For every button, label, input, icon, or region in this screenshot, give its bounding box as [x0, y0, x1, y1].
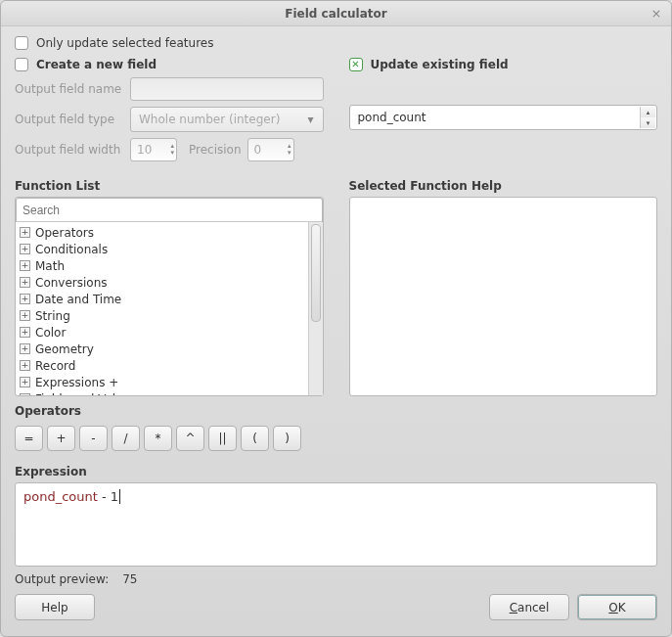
expand-icon[interactable]: + [20, 360, 30, 371]
update-field-select[interactable]: pond_count ▴ ▾ [349, 105, 658, 130]
only-update-selected-checkbox[interactable] [15, 36, 28, 50]
tree-item[interactable]: +Expressions + [16, 374, 308, 390]
output-field-width-value: 10 [137, 143, 152, 157]
tree-item[interactable]: +Conditionals [16, 241, 308, 257]
chevron-down-icon: ▾ [303, 113, 319, 126]
tree-item[interactable]: +Geometry [16, 341, 308, 357]
operator-buttons-row: =+-/*^||() [15, 426, 657, 451]
tree-item-label: Fields and Values [35, 392, 136, 396]
function-help-heading: Selected Function Help [349, 179, 658, 193]
tree-item[interactable]: +Math [16, 257, 308, 274]
operator-button[interactable]: - [79, 426, 108, 451]
expand-icon[interactable]: + [20, 294, 30, 304]
expand-icon[interactable]: + [20, 377, 30, 387]
cancel-button[interactable]: Cancel [489, 594, 569, 620]
output-field-type-label: Output field type [15, 113, 124, 126]
output-field-name-label: Output field name [15, 82, 124, 96]
expression-field-token: pond_count [23, 489, 98, 504]
output-preview-value: 75 [122, 572, 137, 586]
output-field-type-value: Whole number (integer) [139, 113, 280, 126]
output-field-type-select: Whole number (integer) ▾ [130, 107, 324, 132]
chevron-down-icon: ▾ [288, 150, 291, 157]
operator-button[interactable]: ( [241, 426, 269, 451]
precision-label: Precision [189, 143, 242, 157]
scrollbar[interactable] [308, 222, 323, 395]
chevron-down-icon[interactable]: ▾ [641, 117, 655, 128]
tree-item[interactable]: +Record [16, 357, 308, 374]
function-list-heading: Function List [15, 179, 324, 193]
help-button[interactable]: Help [15, 594, 95, 620]
tree-item-label: Date and Time [35, 293, 121, 306]
expand-icon[interactable]: + [20, 310, 30, 321]
only-update-selected-label: Only update selected features [36, 36, 213, 50]
expand-icon[interactable]: + [20, 393, 30, 395]
tree-item-label: Operators [35, 226, 94, 240]
chevron-up-icon[interactable]: ▴ [641, 107, 655, 117]
field-calculator-dialog: Field calculator × Only update selected … [0, 0, 672, 637]
function-help-panel [349, 197, 658, 396]
operators-heading: Operators [15, 404, 657, 418]
operator-button[interactable]: || [208, 426, 237, 451]
operator-button[interactable]: * [144, 426, 172, 451]
output-field-width-label: Output field width [15, 143, 124, 157]
update-existing-field-checkbox[interactable] [349, 58, 363, 71]
expand-icon[interactable]: + [20, 244, 30, 254]
function-search-input[interactable] [16, 198, 323, 222]
operator-button[interactable]: = [15, 426, 43, 451]
tree-item-label: String [35, 309, 70, 323]
tree-item[interactable]: +Date and Time [16, 291, 308, 307]
operator-button[interactable]: + [47, 426, 75, 451]
create-new-field-checkbox[interactable] [15, 58, 28, 71]
expand-icon[interactable]: + [20, 227, 30, 238]
output-field-width-spinner: 10 ▴▾ [130, 138, 177, 161]
expression-text: - 1 [98, 489, 118, 504]
tree-item[interactable]: +Color [16, 324, 308, 341]
close-icon[interactable]: × [648, 5, 665, 23]
tree-item-label: Conditionals [35, 243, 108, 256]
tree-item[interactable]: +String [16, 307, 308, 324]
tree-item-label: Conversions [35, 276, 108, 290]
tree-item-label: Expressions + [35, 376, 118, 389]
update-existing-field-label: Update existing field [371, 58, 509, 71]
precision-value: 0 [254, 143, 262, 157]
function-list-panel: +Operators+Conditionals+Math+Conversions… [15, 197, 324, 396]
chevron-down-icon: ▾ [170, 150, 174, 157]
operator-button[interactable]: ^ [176, 426, 204, 451]
output-field-name-input [130, 77, 324, 101]
tree-item-label: Geometry [35, 342, 94, 356]
output-preview-label: Output preview: [15, 572, 109, 586]
window-title: Field calculator [285, 7, 386, 21]
expression-editor[interactable]: pond_count - 1 [15, 482, 657, 567]
text-cursor [119, 489, 120, 504]
precision-spinner: 0 ▴▾ [247, 138, 294, 161]
operator-button[interactable]: / [112, 426, 140, 451]
tree-item-label: Color [35, 326, 66, 340]
expression-heading: Expression [15, 465, 657, 478]
create-new-field-label: Create a new field [36, 58, 157, 71]
tree-item[interactable]: +Operators [16, 224, 308, 241]
tree-item[interactable]: +Fields and Values [16, 390, 308, 395]
scrollbar-thumb[interactable] [311, 224, 321, 322]
operator-button[interactable]: ) [273, 426, 301, 451]
function-tree[interactable]: +Operators+Conditionals+Math+Conversions… [16, 222, 308, 395]
tree-item-label: Record [35, 359, 75, 373]
titlebar: Field calculator × [1, 1, 671, 26]
expand-icon[interactable]: + [20, 343, 30, 354]
tree-item-label: Math [35, 259, 65, 273]
expand-icon[interactable]: + [20, 277, 30, 288]
update-field-value: pond_count [358, 111, 426, 124]
expand-icon[interactable]: + [20, 260, 30, 271]
expand-icon[interactable]: + [20, 327, 30, 338]
tree-item[interactable]: +Conversions [16, 274, 308, 291]
ok-button[interactable]: OK [577, 594, 657, 620]
